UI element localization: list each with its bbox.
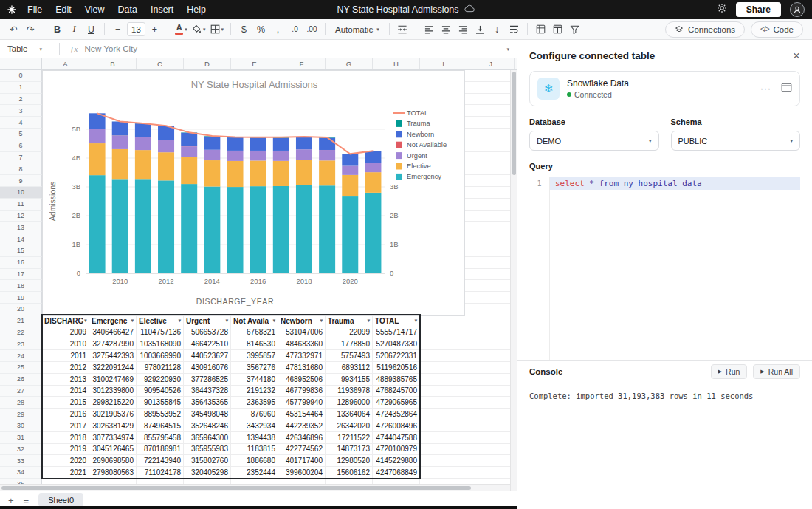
table-header-cell[interactable]: Not Availa▾ xyxy=(231,315,278,327)
table-cell[interactable]: 1104757136 xyxy=(137,327,184,339)
table-cell[interactable]: 457799940 xyxy=(278,397,326,409)
grid-cell[interactable] xyxy=(467,327,515,339)
table-cell[interactable]: 426346896 xyxy=(278,432,326,444)
row-header-10[interactable]: 10 xyxy=(0,187,42,199)
table-cell[interactable]: 2019 xyxy=(42,444,89,456)
table-cell[interactable]: 3021905376 xyxy=(89,409,137,420)
menu-edit[interactable]: Edit xyxy=(49,4,78,15)
table-button[interactable] xyxy=(550,21,565,38)
redo-button[interactable]: ↷ xyxy=(23,21,38,38)
menu-insert[interactable]: Insert xyxy=(144,4,180,15)
grid-cell[interactable] xyxy=(420,432,467,444)
grid-cell[interactable] xyxy=(467,374,515,386)
table-cell[interactable]: 484683360 xyxy=(278,338,326,350)
column-header-E[interactable]: E xyxy=(231,58,278,69)
table-cell[interactable]: 345498048 xyxy=(184,409,231,420)
column-header-G[interactable]: G xyxy=(326,58,373,69)
grid-cell[interactable] xyxy=(467,386,515,397)
table-cell[interactable]: 3222091244 xyxy=(89,362,137,374)
table-cell[interactable]: 364437328 xyxy=(184,386,231,397)
table-cell[interactable]: 6893112 xyxy=(326,362,373,374)
close-icon[interactable]: × xyxy=(793,49,800,62)
column-header-F[interactable]: F xyxy=(278,58,326,69)
table-cell[interactable]: 26342020 xyxy=(326,420,373,432)
table-header-cell[interactable]: TOTAL▾ xyxy=(373,315,420,327)
grid-cell[interactable] xyxy=(467,129,515,140)
table-cell[interactable]: 468952506 xyxy=(278,374,326,386)
row-header-7[interactable]: 7 xyxy=(0,152,42,164)
table-cell[interactable]: 2020 xyxy=(42,455,89,467)
table-cell[interactable]: 3045126465 xyxy=(89,444,137,456)
table-cell[interactable]: 901355845 xyxy=(137,397,184,409)
menu-view[interactable]: View xyxy=(78,4,111,15)
grid-cell[interactable] xyxy=(467,362,515,374)
column-header-B[interactable]: B xyxy=(89,58,137,69)
grid-cell[interactable] xyxy=(467,269,515,281)
grid-cell[interactable] xyxy=(467,152,515,164)
table-header-cell[interactable]: Elective▾ xyxy=(137,315,184,327)
row-header-27[interactable]: 27 xyxy=(0,386,42,397)
grid-cell[interactable] xyxy=(467,140,515,152)
table-cell[interactable]: 4720100979 xyxy=(373,444,420,456)
table-cell[interactable]: 15606162 xyxy=(326,467,373,479)
table-cell[interactable]: 3100247469 xyxy=(89,374,137,386)
row-header-28[interactable]: 28 xyxy=(0,397,42,409)
merge-cells-button[interactable] xyxy=(395,21,410,38)
table-cell[interactable]: 2191232 xyxy=(231,386,278,397)
table-cell[interactable]: 3432934 xyxy=(231,420,278,432)
fill-color-button[interactable]: ▾ xyxy=(190,21,207,38)
underline-button[interactable]: U xyxy=(83,21,99,38)
increase-font-button[interactable]: + xyxy=(147,21,162,38)
table-cell[interactable]: 5119620516 xyxy=(373,362,420,374)
grid-cell[interactable] xyxy=(467,467,515,479)
table-header-cell[interactable]: Trauma▾ xyxy=(326,315,373,327)
table-cell[interactable]: 377286525 xyxy=(184,374,231,386)
row-header-21[interactable]: 21 xyxy=(0,315,42,327)
table-cell[interactable]: 440523627 xyxy=(184,350,231,362)
borders-button[interactable]: ▾ xyxy=(209,21,226,38)
table-cell[interactable]: 453154464 xyxy=(278,409,326,420)
table-cell[interactable]: 874964515 xyxy=(137,420,184,432)
filter-chevron-icon[interactable]: ▾ xyxy=(273,318,275,324)
formula-input[interactable]: New York City xyxy=(84,44,137,53)
table-cell[interactable]: 929220930 xyxy=(137,374,184,386)
grid-cell[interactable] xyxy=(420,409,467,420)
table-cell[interactable]: 6768321 xyxy=(231,327,278,339)
grid-cell[interactable] xyxy=(467,280,515,292)
table-cell[interactable]: 17211522 xyxy=(326,432,373,444)
table-cell[interactable]: 2363595 xyxy=(231,397,278,409)
decrease-font-button[interactable]: − xyxy=(110,21,125,38)
table-cell[interactable]: 4889385765 xyxy=(373,374,420,386)
grid-cell[interactable] xyxy=(467,70,515,82)
grid-cell[interactable] xyxy=(467,397,515,409)
connections-button[interactable]: Connections xyxy=(665,21,745,38)
row-header-1[interactable]: 1 xyxy=(0,82,42,94)
table-cell[interactable]: 2014 xyxy=(42,386,89,397)
database-select[interactable]: DEMO ▾ xyxy=(529,131,659,151)
grid-cell[interactable] xyxy=(467,444,515,456)
table-header-cell[interactable]: Newborn▾ xyxy=(278,315,326,327)
table-cell[interactable]: 2352444 xyxy=(231,467,278,479)
row-header-11[interactable]: 11 xyxy=(0,199,42,211)
row-header-13[interactable]: 13 xyxy=(0,222,42,233)
table-cell[interactable]: 1778850 xyxy=(326,338,373,350)
menu-data[interactable]: Data xyxy=(111,4,144,15)
comma-button[interactable]: , xyxy=(270,21,286,38)
table-cell[interactable]: 11936978 xyxy=(326,386,373,397)
grid-cell[interactable] xyxy=(467,420,515,432)
table-cell[interactable]: 9934155 xyxy=(326,374,373,386)
filter-chevron-icon[interactable]: ▾ xyxy=(84,318,86,324)
text-color-button[interactable]: A ▾ xyxy=(173,21,189,38)
table-header-cell[interactable]: DISCHARG▾ xyxy=(42,315,89,327)
query-line[interactable]: 1 select * from ny_hospital_data xyxy=(529,177,800,190)
table-cell[interactable]: 1003669990 xyxy=(137,350,184,362)
gear-icon[interactable] xyxy=(717,3,727,16)
grid-cell[interactable] xyxy=(420,350,467,362)
name-box[interactable]: Table ▾ xyxy=(7,44,49,53)
row-header-8[interactable]: 8 xyxy=(0,163,42,175)
wrap-text-button[interactable] xyxy=(506,21,522,38)
table-header-cell[interactable]: Emergenc▾ xyxy=(89,315,137,327)
row-header-34[interactable]: 34 xyxy=(0,467,42,479)
table-cell[interactable]: 22099 xyxy=(326,327,373,339)
font-size-input[interactable]: 13 xyxy=(127,22,145,36)
